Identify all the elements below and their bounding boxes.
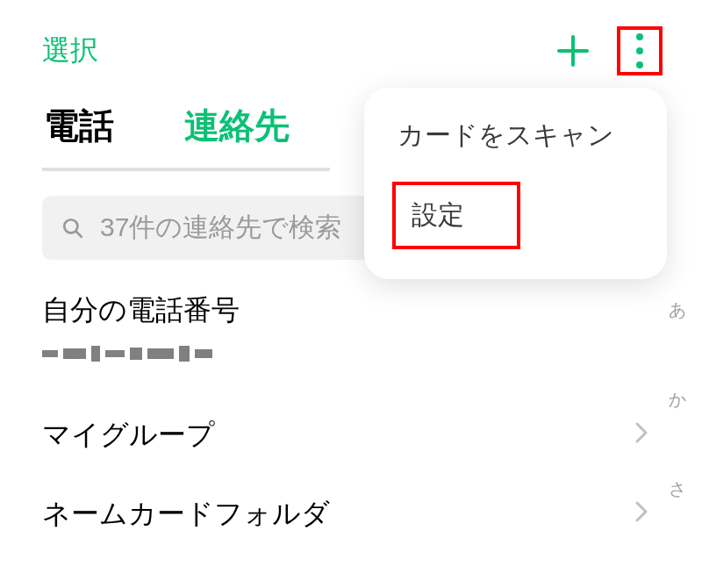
more-button[interactable]	[617, 26, 663, 75]
select-button[interactable]: 選択	[42, 32, 98, 70]
svg-line-3	[75, 231, 82, 237]
index-a[interactable]: あ	[669, 298, 686, 322]
tab-phone[interactable]: 電話	[44, 93, 114, 171]
search-icon	[61, 217, 84, 240]
chevron-right-icon	[634, 419, 649, 452]
menu-item-scan-card[interactable]: カードをスキャン	[364, 118, 667, 154]
header-actions	[554, 26, 663, 75]
index-sa[interactable]: さ	[669, 477, 686, 501]
list-item-label: ネームカードフォルダ	[42, 495, 330, 534]
more-icon	[636, 33, 643, 68]
header: 選択	[0, 0, 702, 93]
index-bar[interactable]: あ か さ	[669, 298, 686, 501]
list-item-name-card-folder[interactable]: ネームカードフォルダ	[42, 486, 660, 565]
chevron-right-icon	[634, 498, 649, 531]
add-icon[interactable]	[554, 32, 592, 70]
menu-item-settings[interactable]: 設定	[392, 182, 520, 249]
tab-underline	[42, 168, 330, 171]
list-item-my-group[interactable]: マイグループ	[42, 384, 660, 486]
dropdown-menu: カードをスキャン 設定	[364, 88, 667, 279]
my-number-section: 自分の電話番号	[42, 291, 660, 365]
index-ka[interactable]: か	[669, 388, 686, 412]
tab-contacts[interactable]: 連絡先	[184, 93, 290, 171]
phone-number-blurred	[42, 342, 226, 365]
search-placeholder: 37件の連絡先で検索	[100, 210, 341, 246]
list-item-label: マイグループ	[42, 416, 215, 455]
my-number-title: 自分の電話番号	[42, 291, 660, 330]
content: 自分の電話番号 マイグループ ネームカードフォルダ	[0, 260, 702, 565]
